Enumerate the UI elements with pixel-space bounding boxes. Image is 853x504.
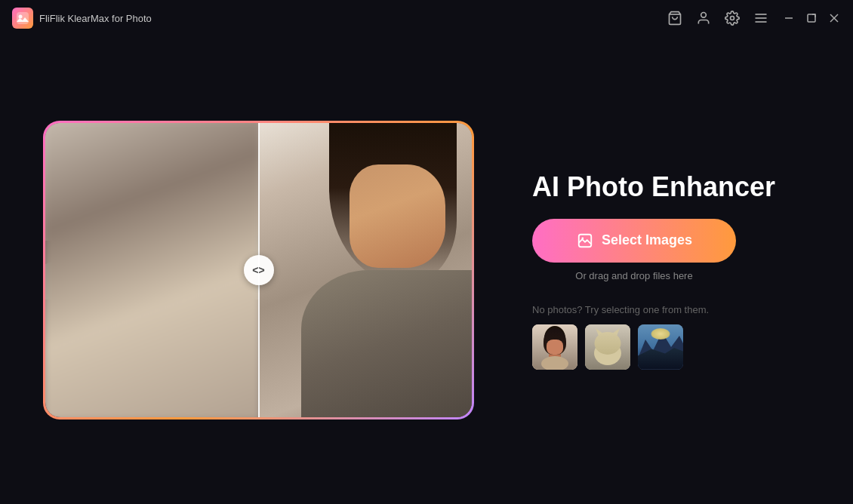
handle-arrows-icon: <> [252,264,264,276]
sample-image-2[interactable] [585,324,630,370]
svg-point-16 [544,326,565,350]
preview-border: <> [43,121,474,419]
svg-point-26 [601,338,605,343]
svg-point-33 [656,329,665,338]
comparison-handle[interactable]: <> [244,255,274,285]
titlebar: FliFlik KlearMax for Photo [0,0,853,36]
svg-point-27 [610,338,614,343]
sample-section: No photos? Try selecting one from them. [532,304,709,370]
svg-rect-9 [808,14,815,22]
preview-panel: <> [45,123,472,417]
minimize-button[interactable] [782,11,796,25]
user-icon[interactable] [696,11,711,26]
sample-image-1[interactable] [532,324,577,370]
svg-point-1 [19,15,23,19]
svg-point-28 [606,344,609,346]
main-content: <> AI Photo Enhancer Select Images Or dr… [0,36,853,504]
cart-icon[interactable] [667,11,682,26]
svg-point-4 [731,17,734,20]
preview-inner: <> [45,123,472,417]
sample-hint: No photos? Try selecting one from them. [532,304,709,315]
right-panel: AI Photo Enhancer Select Images Or drag … [532,171,808,369]
drag-drop-hint: Or drag and drop files here [532,270,736,281]
app-title: FliFlik KlearMax for Photo [39,13,152,24]
settings-icon[interactable] [725,11,740,26]
select-images-button[interactable]: Select Images [532,219,736,263]
preview-after [259,123,473,417]
jacket [301,270,472,417]
svg-point-3 [701,13,707,18]
sample-images-row [532,324,709,370]
page-title: AI Photo Enhancer [532,171,775,203]
maximize-button[interactable] [805,11,818,25]
image-select-icon [576,232,594,250]
window-controls [782,11,841,25]
select-images-label: Select Images [602,232,692,248]
app-icon [12,8,33,29]
close-button[interactable] [827,11,841,25]
svg-point-22 [594,341,621,365]
svg-point-23 [597,333,618,352]
titlebar-right [667,11,841,26]
svg-rect-32 [638,356,683,370]
preview-before [45,123,264,417]
svg-rect-0 [17,12,29,24]
svg-point-17 [547,337,563,355]
sample-image-3[interactable] [638,324,683,370]
face [350,164,445,268]
titlebar-left: FliFlik KlearMax for Photo [12,8,152,29]
menu-icon[interactable] [753,11,768,26]
